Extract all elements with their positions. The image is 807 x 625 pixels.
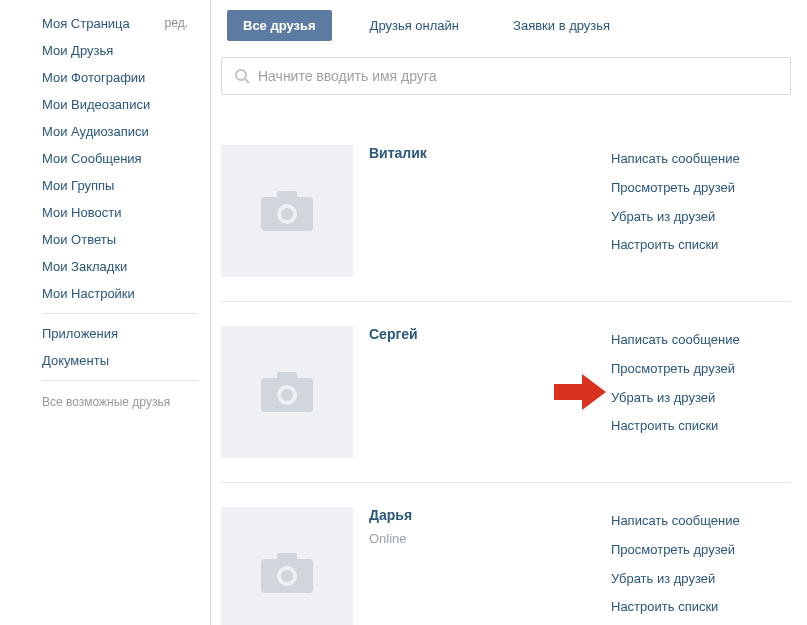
avatar[interactable] [221,326,353,458]
friend-name[interactable]: Дарья [369,507,611,523]
friend-row: Дарья Online Написать сообщение Просмотр… [221,507,791,625]
sidebar-item-audio[interactable]: Мои Аудиозаписи [0,118,210,145]
sidebar-item-label: Мои Группы [42,178,114,193]
action-remove-friend[interactable]: Убрать из друзей [611,203,791,232]
tab-friends-online[interactable]: Друзья онлайн [354,10,475,41]
sidebar-item-news[interactable]: Мои Новости [0,199,210,226]
sidebar-item-videos[interactable]: Мои Видеозаписи [0,91,210,118]
sidebar-item-edit[interactable]: ред. [165,16,188,31]
action-configure-lists[interactable]: Настроить списки [611,231,791,260]
sidebar-item-groups[interactable]: Мои Группы [0,172,210,199]
svg-point-0 [236,70,246,80]
action-write-message[interactable]: Написать сообщение [611,145,791,174]
sidebar-item-label: Мои Сообщения [42,151,142,166]
svg-point-9 [281,389,293,401]
tab-friend-requests[interactable]: Заявки в друзья [497,10,626,41]
camera-icon [259,189,315,233]
svg-rect-3 [277,191,297,201]
search-icon [234,68,250,84]
sidebar-item-my-page[interactable]: Моя Страница ред. [0,10,210,37]
action-write-message[interactable]: Написать сообщение [611,326,791,355]
avatar[interactable] [221,145,353,277]
action-view-friends[interactable]: Просмотреть друзей [611,536,791,565]
action-view-friends[interactable]: Просмотреть друзей [611,174,791,203]
svg-line-1 [245,79,249,83]
sidebar-divider [42,313,198,314]
camera-icon [259,370,315,414]
sidebar-all-possible-friends[interactable]: Все возможные друзья [0,387,210,415]
sidebar-item-label: Мои Закладки [42,259,127,274]
svg-point-14 [281,570,293,582]
action-configure-lists[interactable]: Настроить списки [611,412,791,441]
sidebar-item-label: Мои Фотографии [42,70,145,85]
sidebar-item-settings[interactable]: Мои Настройки [0,280,210,307]
sidebar-item-bookmarks[interactable]: Мои Закладки [0,253,210,280]
action-write-message[interactable]: Написать сообщение [611,507,791,536]
sidebar-item-label: Мои Друзья [42,43,113,58]
tab-all-friends[interactable]: Все друзья [227,10,332,41]
sidebar-item-label: Документы [42,353,109,368]
sidebar-item-friends[interactable]: Мои Друзья [0,37,210,64]
sidebar-item-label: Мои Ответы [42,232,116,247]
sidebar-item-documents[interactable]: Документы [0,347,210,374]
sidebar-divider [42,380,198,381]
search-input[interactable] [258,68,778,84]
sidebar-item-answers[interactable]: Мои Ответы [0,226,210,253]
friend-status: Online [369,531,611,546]
svg-point-5 [281,208,293,220]
camera-icon [259,551,315,595]
sidebar-item-label: Приложения [42,326,118,341]
sidebar-item-label: Моя Страница [42,16,130,31]
action-view-friends[interactable]: Просмотреть друзей [611,355,791,384]
annotation-arrow-icon [554,374,606,410]
svg-rect-12 [277,553,297,563]
sidebar-item-messages[interactable]: Мои Сообщения [0,145,210,172]
search-box[interactable] [221,57,791,95]
sidebar-item-apps[interactable]: Приложения [0,320,210,347]
action-configure-lists[interactable]: Настроить списки [611,593,791,622]
sidebar-item-photos[interactable]: Мои Фотографии [0,64,210,91]
sidebar-item-label: Мои Настройки [42,286,135,301]
sidebar-item-label: Мои Аудиозаписи [42,124,149,139]
svg-marker-10 [554,374,606,410]
sidebar-item-label: Мои Новости [42,205,121,220]
svg-rect-7 [277,372,297,382]
sidebar-item-label: Мои Видеозаписи [42,97,150,112]
action-remove-friend[interactable]: Убрать из друзей [611,384,791,413]
action-remove-friend[interactable]: Убрать из друзей [611,565,791,594]
friend-row: Виталик Написать сообщение Просмотреть д… [221,145,791,302]
friend-name[interactable]: Сергей [369,326,611,342]
friend-name[interactable]: Виталик [369,145,611,161]
avatar[interactable] [221,507,353,625]
friend-row: Сергей Написать сообщение Просмотреть др… [221,326,791,483]
